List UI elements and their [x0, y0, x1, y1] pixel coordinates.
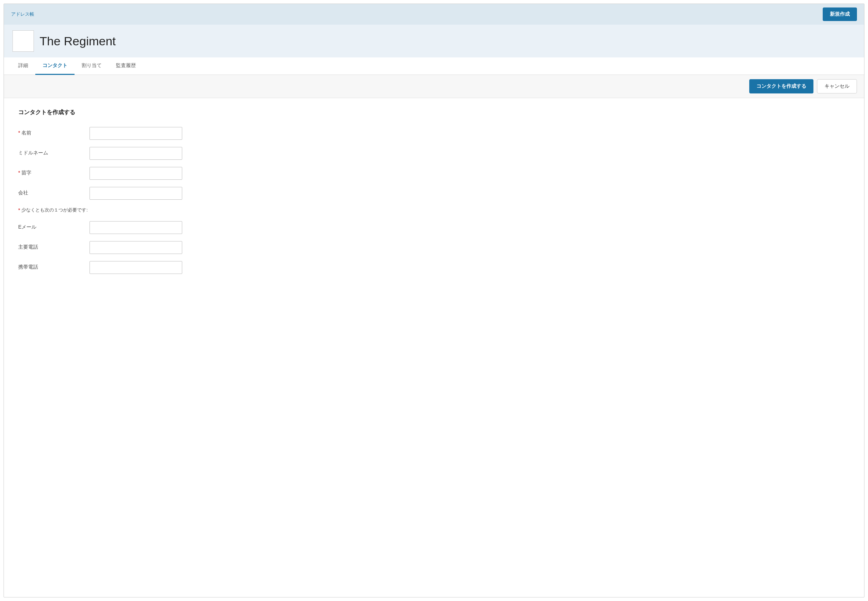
field-label-first-name: * 名前	[18, 127, 90, 136]
required-star-note: *	[18, 207, 20, 214]
field-label-primary-phone: 主要電話	[18, 241, 90, 250]
tabs-bar: 詳細 コンタクト 割り当て 監査履歴	[4, 57, 864, 75]
avatar	[12, 31, 34, 52]
required-note-row: * 少なくとも次の１つが必要です:	[18, 207, 850, 214]
required-note-label: * 少なくとも次の１つが必要です:	[18, 207, 90, 214]
top-bar: アドレス帳 新規作成	[4, 4, 864, 24]
field-row-last-name: * 苗字	[18, 167, 850, 180]
header-section: The Regiment	[4, 24, 864, 57]
email-input[interactable]	[90, 221, 182, 234]
required-note-text: 少なくとも次の１つが必要です:	[21, 207, 88, 213]
field-label-email: Eメール	[18, 221, 90, 230]
field-label-middle-name: ミドルネーム	[18, 147, 90, 156]
field-label-mobile-phone: 携帯電話	[18, 261, 90, 270]
tab-contacts[interactable]: コンタクト	[35, 57, 75, 75]
field-label-last-name: * 苗字	[18, 167, 90, 176]
field-row-middle-name: ミドルネーム	[18, 147, 850, 160]
new-create-button[interactable]: 新規作成	[823, 8, 857, 21]
last-name-input[interactable]	[90, 167, 182, 180]
mobile-phone-input[interactable]	[90, 261, 182, 274]
tab-audit[interactable]: 監査履歴	[109, 57, 143, 75]
form-area: コンタクトを作成する * 名前 ミドルネーム * 苗字	[4, 98, 864, 292]
middle-name-input[interactable]	[90, 147, 182, 160]
field-row-email: Eメール	[18, 221, 850, 234]
field-row-company: 会社	[18, 187, 850, 200]
field-row-mobile-phone: 携帯電話	[18, 261, 850, 274]
entity-title: The Regiment	[40, 34, 116, 48]
first-name-input[interactable]	[90, 127, 182, 140]
address-book-link[interactable]: アドレス帳	[11, 11, 34, 17]
form-title: コンタクトを作成する	[18, 109, 850, 116]
field-row-primary-phone: 主要電話	[18, 241, 850, 254]
cancel-button[interactable]: キャンセル	[817, 79, 857, 93]
primary-phone-input[interactable]	[90, 241, 182, 254]
company-input[interactable]	[90, 187, 182, 200]
tab-assign[interactable]: 割り当て	[75, 57, 109, 75]
tab-details[interactable]: 詳細	[11, 57, 35, 75]
required-star-first-name: *	[18, 130, 20, 136]
create-contact-button[interactable]: コンタクトを作成する	[749, 79, 813, 93]
field-row-first-name: * 名前	[18, 127, 850, 140]
required-star-last-name: *	[18, 170, 20, 175]
field-label-company: 会社	[18, 187, 90, 196]
action-row: コンタクトを作成する キャンセル	[4, 75, 864, 98]
